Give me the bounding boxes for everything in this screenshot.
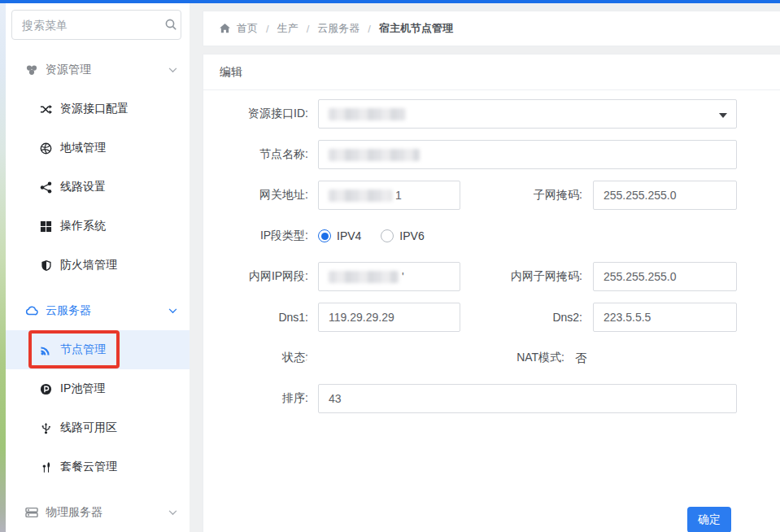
sidebar-item-package-cloud-management[interactable]: 套餐云管理 xyxy=(6,447,190,486)
chevron-down-icon xyxy=(168,68,177,73)
windows-icon xyxy=(39,220,53,233)
sidebar-item-label: 套餐云管理 xyxy=(60,460,117,474)
breadcrumb-cloud-server[interactable]: 云服务器 xyxy=(317,21,359,36)
utensils-icon xyxy=(39,460,53,474)
main-content: 首页 / 生产 / 云服务器 / 宿主机节点管理 编辑 资源接口ID: xyxy=(190,3,780,532)
sidebar-item-label: 防火墙管理 xyxy=(60,258,117,273)
sidebar-item-label: 资源接口配置 xyxy=(60,102,129,116)
intranet-mask-label: 内网子网掩码: xyxy=(460,269,582,284)
sidebar-item-region-management[interactable]: 地域管理 xyxy=(6,129,190,168)
radio-unselected-icon[interactable] xyxy=(381,229,394,242)
node-name-label: 节点名称: xyxy=(203,147,308,162)
intranet-mask-input[interactable] xyxy=(593,262,737,291)
ipv6-radio[interactable]: IPV6 xyxy=(381,229,424,242)
sidebar-item-label: 线路设置 xyxy=(60,180,106,194)
chevron-down-icon xyxy=(168,308,177,314)
sidebar-menu: 资源管理 资源接口配置 地域管理 线路设置 xyxy=(6,50,190,532)
shield-icon xyxy=(39,259,53,273)
sidebar-item-label: 线路可用区 xyxy=(60,421,117,435)
desktop-wallpaper-strip xyxy=(0,3,6,532)
sidebar-item-label: 操作系统 xyxy=(60,219,106,233)
sort-input[interactable] xyxy=(318,384,737,413)
sort-label: 排序: xyxy=(203,391,308,406)
resources-icon xyxy=(24,63,38,77)
sidebar-item-line-settings[interactable]: 线路设置 xyxy=(6,168,190,207)
sidebar-item-firewall-management[interactable]: 防火墙管理 xyxy=(6,246,190,285)
caret-down-icon xyxy=(719,113,727,118)
radio-selected-icon[interactable] xyxy=(318,229,331,242)
gateway-visible-suffix: 1 xyxy=(395,189,402,202)
sidebar-item-physical-server[interactable]: 物理服务器 xyxy=(6,493,190,532)
intranet-visible-suffix: ' xyxy=(402,270,404,283)
dns2-input[interactable] xyxy=(593,303,737,332)
resource-id-label: 资源接口ID: xyxy=(203,107,308,121)
intranet-segment-input[interactable]: ' xyxy=(318,262,460,291)
resource-id-select[interactable] xyxy=(318,99,737,129)
sidebar-item-label: 资源管理 xyxy=(46,63,91,77)
sidebar-item-ip-pool-management[interactable]: IP池管理 xyxy=(6,369,190,408)
breadcrumb-current-page: 宿主机节点管理 xyxy=(379,21,453,36)
breadcrumb-home[interactable]: 首页 xyxy=(237,21,258,36)
gateway-label: 网关地址: xyxy=(203,188,308,203)
panel-header: 编辑 xyxy=(203,55,780,90)
breadcrumb-separator: / xyxy=(266,23,269,35)
globe-icon xyxy=(39,142,53,155)
subnet-mask-label: 子网掩码: xyxy=(460,188,582,203)
top-accent-bar xyxy=(0,0,780,3)
search-input[interactable] xyxy=(11,10,181,40)
node-name-input[interactable] xyxy=(318,140,737,169)
edit-panel: 编辑 资源接口ID: 节点名称: xyxy=(203,54,780,532)
usb-icon xyxy=(39,421,53,435)
sidebar-item-cloud-server[interactable]: 云服务器 xyxy=(6,291,190,330)
sidebar-item-label: IP池管理 xyxy=(60,382,105,396)
gateway-input[interactable]: 1 xyxy=(318,181,460,210)
sidebar: 资源管理 资源接口配置 地域管理 线路设置 xyxy=(6,3,190,532)
edit-form: 资源接口ID: 节点名称: 网关地址: xyxy=(203,90,780,419)
redacted-value xyxy=(329,190,392,202)
rss-icon xyxy=(39,343,53,357)
shuffle-icon xyxy=(39,102,53,116)
chevron-down-icon xyxy=(168,510,177,516)
confirm-button[interactable]: 确定 xyxy=(687,507,731,532)
sidebar-item-label: 节点管理 xyxy=(60,342,106,357)
sidebar-item-label: 云服务器 xyxy=(46,303,91,318)
redacted-value xyxy=(329,149,420,161)
sidebar-item-node-management[interactable]: 节点管理 xyxy=(6,330,190,369)
sidebar-item-label: 地域管理 xyxy=(60,141,106,155)
nat-mode-value: 否 xyxy=(575,351,586,364)
cloud-icon xyxy=(24,304,38,318)
p-circle-icon xyxy=(39,382,53,396)
dns1-input[interactable] xyxy=(318,303,460,332)
ipv4-radio[interactable]: IPV4 xyxy=(318,229,361,242)
share-icon xyxy=(39,181,53,194)
ipv6-radio-label: IPV6 xyxy=(399,229,424,242)
status-label: 状态: xyxy=(203,351,308,365)
sidebar-item-resource-management[interactable]: 资源管理 xyxy=(6,50,190,89)
dns2-label: Dns2: xyxy=(460,311,582,324)
ipv4-radio-label: IPV4 xyxy=(337,229,361,242)
redacted-value xyxy=(329,108,406,120)
nat-mode-label: NAT模式: xyxy=(442,351,564,365)
redacted-value xyxy=(329,271,399,283)
sidebar-item-operating-system[interactable]: 操作系统 xyxy=(6,207,190,246)
breadcrumb-separator: / xyxy=(307,23,310,35)
server-icon xyxy=(24,506,38,520)
panel-title: 编辑 xyxy=(220,65,242,80)
subnet-mask-input[interactable] xyxy=(593,181,737,210)
breadcrumb-production[interactable]: 生产 xyxy=(277,21,298,36)
sidebar-item-resource-interface-config[interactable]: 资源接口配置 xyxy=(6,89,190,129)
breadcrumb: 首页 / 生产 / 云服务器 / 宿主机节点管理 xyxy=(203,11,780,46)
dns1-label: Dns1: xyxy=(203,311,308,324)
ip-type-label: IP段类型: xyxy=(203,229,308,243)
search-icon[interactable] xyxy=(164,18,177,31)
sidebar-item-label: 物理服务器 xyxy=(46,505,102,520)
sidebar-item-line-availability-zone[interactable]: 线路可用区 xyxy=(6,408,190,447)
intranet-segment-label: 内网IP网段: xyxy=(203,269,308,284)
home-icon[interactable] xyxy=(219,23,231,34)
breadcrumb-separator: / xyxy=(368,23,371,35)
